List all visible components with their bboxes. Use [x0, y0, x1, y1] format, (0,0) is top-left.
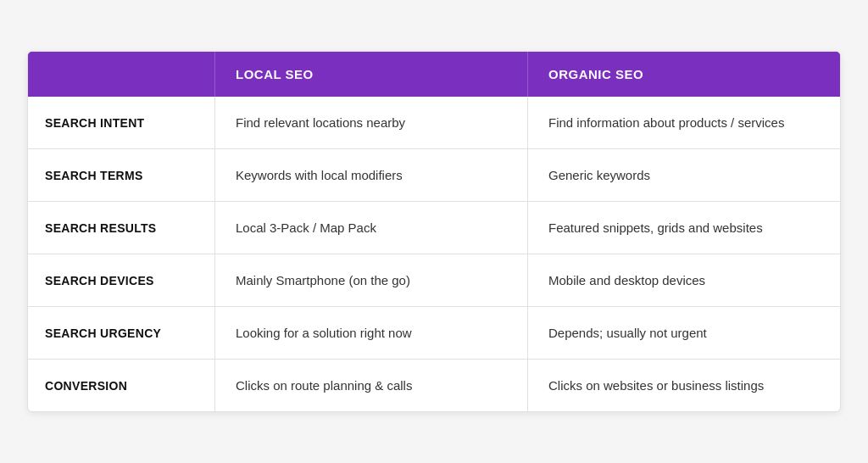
row-label-4: SEARCH URGENCY: [28, 307, 214, 359]
row-label-0: SEARCH INTENT: [28, 97, 214, 148]
table-row: SEARCH TERMSKeywords with local modifier…: [28, 149, 840, 202]
row-label-5: CONVERSION: [28, 360, 214, 411]
row-local-0: Find relevant locations nearby: [214, 97, 527, 148]
row-organic-3: Mobile and desktop devices: [527, 254, 840, 306]
row-local-2: Local 3-Pack / Map Pack: [214, 202, 527, 254]
row-organic-0: Find information about products / servic…: [527, 97, 840, 148]
row-local-3: Mainly Smartphone (on the go): [214, 254, 527, 306]
header-local-seo: LOCAL SEO: [214, 52, 527, 97]
row-local-1: Keywords with local modifiers: [214, 149, 527, 201]
table-row: SEARCH INTENTFind relevant locations nea…: [28, 97, 840, 149]
row-label-1: SEARCH TERMS: [28, 149, 214, 201]
table-header: LOCAL SEO ORGANIC SEO: [28, 52, 840, 97]
row-local-4: Looking for a solution right now: [214, 307, 527, 359]
table-row: SEARCH RESULTSLocal 3-Pack / Map PackFea…: [28, 202, 840, 254]
row-label-2: SEARCH RESULTS: [28, 202, 214, 254]
header-empty-cell: [28, 52, 214, 97]
comparison-table: LOCAL SEO ORGANIC SEO SEARCH INTENTFind …: [27, 51, 841, 412]
row-organic-2: Featured snippets, grids and websites: [527, 202, 840, 254]
table-row: CONVERSIONClicks on route planning & cal…: [28, 360, 840, 411]
row-label-3: SEARCH DEVICES: [28, 254, 214, 306]
table-row: SEARCH URGENCYLooking for a solution rig…: [28, 307, 840, 360]
row-local-5: Clicks on route planning & calls: [214, 360, 527, 411]
table-body: SEARCH INTENTFind relevant locations nea…: [28, 97, 840, 411]
row-organic-1: Generic keywords: [527, 149, 840, 201]
row-organic-5: Clicks on websites or business listings: [527, 360, 840, 411]
header-organic-seo: ORGANIC SEO: [527, 52, 840, 97]
table-row: SEARCH DEVICESMainly Smartphone (on the …: [28, 254, 840, 307]
row-organic-4: Depends; usually not urgent: [527, 307, 840, 359]
